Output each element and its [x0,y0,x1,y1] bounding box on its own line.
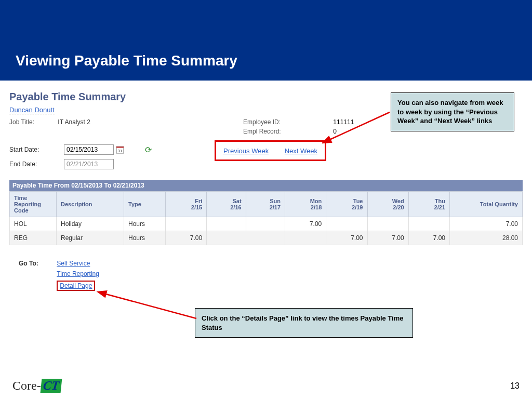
table-cell: 7.00 [450,217,523,231]
table-cell [207,231,246,245]
start-date-input[interactable] [64,144,114,155]
page-number: 13 [510,381,520,391]
refresh-icon[interactable]: ⟳ [145,145,152,155]
table-cell: Hours [124,231,166,245]
table-cell: HOL [10,217,57,231]
table-cell [408,217,449,231]
job-title-value: IT Analyst 2 [58,118,90,126]
callout-week-nav: You can also navigate from week to week … [391,92,514,131]
slide-header: Viewing Payable Time Summary [0,0,532,81]
footer: Core-CT 13 [0,379,532,393]
th-total: Total Quantity [450,192,523,217]
payable-time-table-wrap: Payable Time From 02/15/2013 To 02/21/20… [9,180,523,245]
svg-line-4 [104,294,196,318]
th-day: Fri 2/15 [166,192,207,217]
th-trc: Time Reporting Code [10,192,57,217]
table-row: HOLHolidayHours7.007.00 [10,217,523,231]
employee-id-value: 111111 [333,118,364,126]
table-cell [285,231,326,245]
svg-rect-1 [116,147,124,148]
th-day: Wed 2/20 [367,192,408,217]
th-day: Thu 2/21 [408,192,449,217]
table-cell [246,231,285,245]
table-cell [367,217,408,231]
employee-id-label: Employee ID: [243,118,331,126]
next-week-link[interactable]: Next Week [285,147,317,155]
th-day: Sun 2/17 [246,192,285,217]
table-cell: 7.00 [166,231,207,245]
previous-week-link[interactable]: Previous Week [223,147,269,155]
start-date-label: Start Date: [9,142,64,157]
payable-time-table: Time Reporting Code Description Type Fri… [9,191,523,245]
table-row: REGRegularHours7.007.007.007.0028.00 [10,231,523,245]
callout-detail-page: Click on the “Details Page” link to view… [195,308,413,338]
time-reporting-link[interactable]: Time Reporting [57,270,99,277]
table-cell: 7.00 [285,217,326,231]
calendar-icon[interactable]: 31 [116,145,124,154]
table-banner: Payable Time From 02/15/2013 To 02/21/20… [9,180,523,191]
core-ct-logo: Core-CT [12,379,61,393]
goto-section: Go To: Self Service Time Reporting Detai… [19,260,523,294]
end-date-label: End Date: [9,157,64,171]
self-service-link[interactable]: Self Service [57,260,90,267]
table-cell: 7.00 [408,231,449,245]
week-nav-highlight: Previous Week Next Week [215,140,326,161]
empl-record-value: 0 [333,128,364,135]
end-date-input[interactable] [64,159,114,169]
table-cell: Regular [57,231,124,245]
employee-name-link[interactable]: Duncan Donutt [9,106,55,114]
detail-page-link[interactable]: Detail Page [60,282,92,289]
th-type: Type [124,192,166,217]
table-cell: 7.00 [367,231,408,245]
table-cell: Hours [124,217,166,231]
table-cell: 28.00 [450,231,523,245]
detail-page-highlight: Detail Page [57,281,95,291]
table-cell [246,217,285,231]
job-title-label: Job Title: [9,118,56,126]
th-day: Sat 2/16 [207,192,246,217]
table-cell: REG [10,231,57,245]
th-desc: Description [57,192,124,217]
svg-text:31: 31 [118,149,123,153]
table-cell [207,217,246,231]
table-cell [326,217,367,231]
table-cell: Holiday [57,217,124,231]
slide-title: Viewing Payable Time Summary [16,52,237,69]
date-row: Start Date: End Date: 31 ⟳ Previous Week… [9,142,523,171]
empl-record-label: Empl Record: [243,128,331,135]
goto-label: Go To: [19,260,55,267]
logo-prefix: Core- [12,379,41,392]
logo-badge: CT [40,379,62,393]
th-day: Tue 2/19 [326,192,367,217]
th-day: Mon 2/18 [285,192,326,217]
table-cell: 7.00 [326,231,367,245]
table-cell [166,217,207,231]
